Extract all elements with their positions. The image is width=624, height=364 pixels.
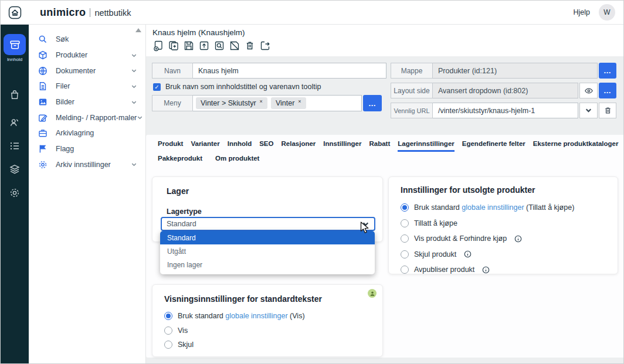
sidebar-item-bilder[interactable]: Bilder [29,94,145,110]
layers-icon [9,164,21,175]
main-content: Knaus hjelm (Knaushjelm) [146,25,624,364]
radio-label: Vis [178,326,188,335]
tab-innhold[interactable]: Innhold [228,140,252,152]
radio-label: Vis produkt & Forhindre kjøp [414,234,507,243]
menu-label: Meny [152,95,193,111]
content-header: Knaus hjelm (Knaushjelm) [146,25,624,56]
duplicate-button[interactable] [167,39,180,52]
sidebar-item-label: Filer [56,82,70,90]
menu-tag-field[interactable]: Vinter > Skiutstyr× Vinter× [193,95,362,111]
sidebar-item-maler[interactable]: Melding- / Rapport-maler [29,110,145,125]
brand-name: unimicro [40,6,86,19]
radio-label: Bruk standard globale innstillinger (Til… [414,203,574,212]
sidebar-item-sok[interactable]: Søk [29,32,145,47]
product-panel: Produkt Varianter Innhold SEO Relasjoner… [146,135,624,358]
dropdown-option-standard[interactable]: Standard [160,231,375,244]
friendly-url-input[interactable]: /vinter/skiutstyr/knaus-hjelm-1 [433,103,578,118]
brand-logo[interactable]: unimicro nettbutikk [40,6,131,19]
radio[interactable] [401,266,409,274]
url-delete-button[interactable] [599,103,616,118]
save-button[interactable] [182,39,195,52]
tab-innstillinger[interactable]: Innstillinger [323,140,361,152]
users-icon [9,117,21,128]
tab-eksterne-produktkataloger[interactable]: Eksterne produktkataloger [533,140,619,152]
tab-seo[interactable]: SEO [259,140,273,152]
tab-pakkeprodukt[interactable]: Pakkeprodukt [158,155,202,165]
tab-bar: Produkt Varianter Innhold SEO Relasjoner… [158,140,618,152]
layout-more-button[interactable]: … [599,83,616,98]
layout-label: Layout side [391,83,433,98]
folder-more-button[interactable]: … [599,63,616,79]
rail-active-label: Innhold [1,57,29,62]
radio[interactable] [401,250,409,258]
dropdown-option-ingen-lager[interactable]: Ingen lager [160,258,375,271]
sidebar-item-filer[interactable]: Filer [29,79,145,94]
rail-item-orders[interactable] [9,140,21,152]
new-document-button[interactable] [151,39,165,52]
remove-tag-icon[interactable]: × [260,98,263,104]
layout-field: Avansert dropdown (id:802) [433,83,578,98]
tab-relasjoner[interactable]: Relasjoner [282,140,316,152]
upload-icon [198,40,210,52]
sidebar-item-dokumenter[interactable]: Dokumenter [29,63,145,79]
layout-preview-button[interactable] [579,83,598,98]
brand-separator [90,8,90,17]
radio-row-vis-forhindre: Vis produkt & Forhindre kjøp [401,234,609,243]
tab-produkt[interactable]: Produkt [158,140,183,152]
rail-item-shop[interactable] [9,89,21,101]
radio-row-standard-global: Bruk standard globale innstillinger (Vis… [164,312,374,320]
info-icon[interactable] [464,250,472,258]
remove-tag-icon[interactable]: × [298,98,301,104]
radio-selected[interactable] [401,203,409,212]
radio[interactable] [401,219,409,227]
home-button[interactable] [8,6,22,19]
save-icon [183,40,195,52]
info-icon[interactable] [514,235,522,243]
rail-item-customers[interactable] [9,117,21,128]
home-icon [8,6,22,19]
globale-innstillinger-link[interactable]: globale innstillinger [462,203,524,212]
name-input[interactable]: Knaus hjelm [193,63,386,79]
topbar-right: Hjelp W [574,4,616,21]
form-right-column: Mappe Produkter (id:121) … Layout side A… [391,63,616,118]
export-button[interactable] [258,39,272,52]
lagertype-select[interactable]: Standard [161,217,375,231]
tab-egendefinerte-felter[interactable]: Egendefinerte felter [462,140,525,152]
user-avatar[interactable]: W [599,4,615,21]
preview-button[interactable] [212,39,226,52]
tab-varianter[interactable]: Varianter [191,140,219,152]
unpublish-button[interactable] [228,39,241,52]
rail-item-settings[interactable] [9,187,21,199]
radio-selected[interactable] [164,312,172,320]
tab-lagerinnstillinger[interactable]: Lagerinnstillinger [398,140,455,152]
lagertype-dropdown: Standard Utgått Ingen lager [160,231,375,274]
globale-innstillinger-link[interactable]: globale innstillinger [225,312,287,320]
unpublish-icon [229,40,240,52]
tab-om-produktet[interactable]: Om produktet [215,155,259,165]
content-sidebar: Søk Produkter Dokumenter [29,25,146,364]
dropdown-option-utgatt[interactable]: Utgått [160,244,375,258]
help-link[interactable]: Hjelp [574,8,591,16]
delete-button[interactable] [243,39,256,52]
radio[interactable] [401,234,409,243]
info-icon[interactable] [482,266,490,274]
title-tooltip-checkbox[interactable]: ✓ [153,83,161,91]
radio[interactable] [164,326,172,335]
gear-icon [9,187,21,199]
sidebar-item-label: Bilder [56,98,74,106]
sidebar-item-produkter[interactable]: Produkter [29,47,145,63]
menu-more-button[interactable]: … [363,95,382,111]
shopping-bag-icon [9,89,21,101]
app-window: unimicro nettbutikk Hjelp W Innhold [0,0,624,364]
radio[interactable] [164,341,172,349]
upload-button[interactable] [197,39,211,52]
url-dropdown-button[interactable] [579,103,598,118]
sidebar-item-arkiv-innstillinger[interactable]: Arkiv innstillinger [29,157,145,173]
rail-item-modules[interactable] [9,164,21,175]
rail-item-innhold[interactable] [4,34,26,55]
tab-rabatt[interactable]: Rabatt [369,140,390,152]
chevron-down-icon [131,161,137,168]
chevron-down-icon [131,52,137,59]
sidebar-item-arkivlagring[interactable]: Arkivlagring [29,125,145,141]
sidebar-item-flagg[interactable]: Flagg [29,141,145,157]
